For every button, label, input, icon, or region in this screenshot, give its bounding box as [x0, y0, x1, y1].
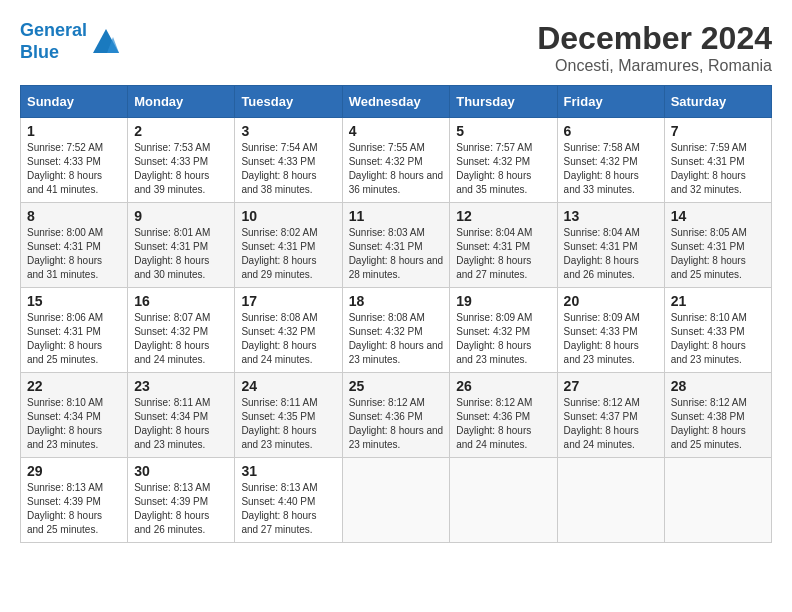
- calendar-day-cell: 18 Sunrise: 8:08 AM Sunset: 4:32 PM Dayl…: [342, 288, 450, 373]
- day-number: 13: [564, 208, 658, 224]
- day-number: 14: [671, 208, 765, 224]
- calendar-day-cell: 1 Sunrise: 7:52 AM Sunset: 4:33 PM Dayli…: [21, 118, 128, 203]
- calendar-day-cell: 25 Sunrise: 8:12 AM Sunset: 4:36 PM Dayl…: [342, 373, 450, 458]
- page-header: General Blue December 2024 Oncesti, Mara…: [20, 20, 772, 75]
- calendar-day-cell: 23 Sunrise: 8:11 AM Sunset: 4:34 PM Dayl…: [128, 373, 235, 458]
- day-info: Sunrise: 8:09 AM Sunset: 4:32 PM Dayligh…: [456, 311, 550, 367]
- weekday-header-saturday: Saturday: [664, 86, 771, 118]
- day-number: 17: [241, 293, 335, 309]
- logo-icon: [91, 27, 121, 57]
- day-info: Sunrise: 8:04 AM Sunset: 4:31 PM Dayligh…: [564, 226, 658, 282]
- day-info: Sunrise: 8:13 AM Sunset: 4:39 PM Dayligh…: [27, 481, 121, 537]
- day-info: Sunrise: 7:53 AM Sunset: 4:33 PM Dayligh…: [134, 141, 228, 197]
- calendar-day-cell: 27 Sunrise: 8:12 AM Sunset: 4:37 PM Dayl…: [557, 373, 664, 458]
- calendar-day-cell: [664, 458, 771, 543]
- calendar-day-cell: 10 Sunrise: 8:02 AM Sunset: 4:31 PM Dayl…: [235, 203, 342, 288]
- day-number: 8: [27, 208, 121, 224]
- day-number: 26: [456, 378, 550, 394]
- day-number: 30: [134, 463, 228, 479]
- day-info: Sunrise: 8:13 AM Sunset: 4:39 PM Dayligh…: [134, 481, 228, 537]
- day-info: Sunrise: 8:12 AM Sunset: 4:36 PM Dayligh…: [349, 396, 444, 452]
- day-number: 11: [349, 208, 444, 224]
- calendar-day-cell: 15 Sunrise: 8:06 AM Sunset: 4:31 PM Dayl…: [21, 288, 128, 373]
- day-number: 9: [134, 208, 228, 224]
- day-number: 12: [456, 208, 550, 224]
- calendar-body: 1 Sunrise: 7:52 AM Sunset: 4:33 PM Dayli…: [21, 118, 772, 543]
- day-info: Sunrise: 7:55 AM Sunset: 4:32 PM Dayligh…: [349, 141, 444, 197]
- day-number: 29: [27, 463, 121, 479]
- calendar-day-cell: [450, 458, 557, 543]
- day-info: Sunrise: 7:52 AM Sunset: 4:33 PM Dayligh…: [27, 141, 121, 197]
- day-number: 31: [241, 463, 335, 479]
- calendar-day-cell: 28 Sunrise: 8:12 AM Sunset: 4:38 PM Dayl…: [664, 373, 771, 458]
- day-number: 25: [349, 378, 444, 394]
- day-info: Sunrise: 8:01 AM Sunset: 4:31 PM Dayligh…: [134, 226, 228, 282]
- day-info: Sunrise: 8:05 AM Sunset: 4:31 PM Dayligh…: [671, 226, 765, 282]
- day-number: 5: [456, 123, 550, 139]
- day-number: 28: [671, 378, 765, 394]
- weekday-header-wednesday: Wednesday: [342, 86, 450, 118]
- weekday-header-friday: Friday: [557, 86, 664, 118]
- calendar-day-cell: 4 Sunrise: 7:55 AM Sunset: 4:32 PM Dayli…: [342, 118, 450, 203]
- calendar-day-cell: 16 Sunrise: 8:07 AM Sunset: 4:32 PM Dayl…: [128, 288, 235, 373]
- calendar-week-row: 29 Sunrise: 8:13 AM Sunset: 4:39 PM Dayl…: [21, 458, 772, 543]
- calendar-day-cell: 14 Sunrise: 8:05 AM Sunset: 4:31 PM Dayl…: [664, 203, 771, 288]
- day-number: 18: [349, 293, 444, 309]
- day-info: Sunrise: 7:54 AM Sunset: 4:33 PM Dayligh…: [241, 141, 335, 197]
- calendar-day-cell: 11 Sunrise: 8:03 AM Sunset: 4:31 PM Dayl…: [342, 203, 450, 288]
- day-info: Sunrise: 8:08 AM Sunset: 4:32 PM Dayligh…: [349, 311, 444, 367]
- calendar-week-row: 15 Sunrise: 8:06 AM Sunset: 4:31 PM Dayl…: [21, 288, 772, 373]
- calendar-day-cell: 7 Sunrise: 7:59 AM Sunset: 4:31 PM Dayli…: [664, 118, 771, 203]
- calendar-day-cell: 8 Sunrise: 8:00 AM Sunset: 4:31 PM Dayli…: [21, 203, 128, 288]
- logo: General Blue: [20, 20, 121, 63]
- day-number: 20: [564, 293, 658, 309]
- calendar-week-row: 1 Sunrise: 7:52 AM Sunset: 4:33 PM Dayli…: [21, 118, 772, 203]
- day-number: 19: [456, 293, 550, 309]
- calendar-day-cell: 3 Sunrise: 7:54 AM Sunset: 4:33 PM Dayli…: [235, 118, 342, 203]
- day-number: 24: [241, 378, 335, 394]
- day-number: 23: [134, 378, 228, 394]
- calendar-day-cell: 17 Sunrise: 8:08 AM Sunset: 4:32 PM Dayl…: [235, 288, 342, 373]
- day-number: 15: [27, 293, 121, 309]
- calendar-day-cell: 19 Sunrise: 8:09 AM Sunset: 4:32 PM Dayl…: [450, 288, 557, 373]
- day-number: 10: [241, 208, 335, 224]
- month-year-title: December 2024: [537, 20, 772, 57]
- calendar-day-cell: 5 Sunrise: 7:57 AM Sunset: 4:32 PM Dayli…: [450, 118, 557, 203]
- weekday-header-thursday: Thursday: [450, 86, 557, 118]
- day-number: 3: [241, 123, 335, 139]
- calendar-day-cell: 30 Sunrise: 8:13 AM Sunset: 4:39 PM Dayl…: [128, 458, 235, 543]
- day-info: Sunrise: 8:09 AM Sunset: 4:33 PM Dayligh…: [564, 311, 658, 367]
- day-info: Sunrise: 8:04 AM Sunset: 4:31 PM Dayligh…: [456, 226, 550, 282]
- day-info: Sunrise: 8:12 AM Sunset: 4:37 PM Dayligh…: [564, 396, 658, 452]
- calendar-day-cell: 13 Sunrise: 8:04 AM Sunset: 4:31 PM Dayl…: [557, 203, 664, 288]
- weekday-header-sunday: Sunday: [21, 86, 128, 118]
- calendar-day-cell: 20 Sunrise: 8:09 AM Sunset: 4:33 PM Dayl…: [557, 288, 664, 373]
- day-info: Sunrise: 8:08 AM Sunset: 4:32 PM Dayligh…: [241, 311, 335, 367]
- calendar-day-cell: [557, 458, 664, 543]
- day-info: Sunrise: 8:11 AM Sunset: 4:35 PM Dayligh…: [241, 396, 335, 452]
- day-info: Sunrise: 8:13 AM Sunset: 4:40 PM Dayligh…: [241, 481, 335, 537]
- day-info: Sunrise: 8:12 AM Sunset: 4:36 PM Dayligh…: [456, 396, 550, 452]
- weekday-header-monday: Monday: [128, 86, 235, 118]
- day-info: Sunrise: 8:06 AM Sunset: 4:31 PM Dayligh…: [27, 311, 121, 367]
- day-number: 27: [564, 378, 658, 394]
- day-info: Sunrise: 8:02 AM Sunset: 4:31 PM Dayligh…: [241, 226, 335, 282]
- day-number: 22: [27, 378, 121, 394]
- location-subtitle: Oncesti, Maramures, Romania: [537, 57, 772, 75]
- weekday-header-tuesday: Tuesday: [235, 86, 342, 118]
- calendar-week-row: 22 Sunrise: 8:10 AM Sunset: 4:34 PM Dayl…: [21, 373, 772, 458]
- day-number: 16: [134, 293, 228, 309]
- calendar-day-cell: 24 Sunrise: 8:11 AM Sunset: 4:35 PM Dayl…: [235, 373, 342, 458]
- day-info: Sunrise: 8:03 AM Sunset: 4:31 PM Dayligh…: [349, 226, 444, 282]
- day-info: Sunrise: 8:07 AM Sunset: 4:32 PM Dayligh…: [134, 311, 228, 367]
- calendar-day-cell: 29 Sunrise: 8:13 AM Sunset: 4:39 PM Dayl…: [21, 458, 128, 543]
- day-info: Sunrise: 8:12 AM Sunset: 4:38 PM Dayligh…: [671, 396, 765, 452]
- day-info: Sunrise: 7:59 AM Sunset: 4:31 PM Dayligh…: [671, 141, 765, 197]
- calendar-day-cell: 12 Sunrise: 8:04 AM Sunset: 4:31 PM Dayl…: [450, 203, 557, 288]
- day-number: 7: [671, 123, 765, 139]
- day-number: 6: [564, 123, 658, 139]
- logo-text: General Blue: [20, 20, 87, 63]
- calendar-header-row: SundayMondayTuesdayWednesdayThursdayFrid…: [21, 86, 772, 118]
- calendar-day-cell: 31 Sunrise: 8:13 AM Sunset: 4:40 PM Dayl…: [235, 458, 342, 543]
- calendar-day-cell: 21 Sunrise: 8:10 AM Sunset: 4:33 PM Dayl…: [664, 288, 771, 373]
